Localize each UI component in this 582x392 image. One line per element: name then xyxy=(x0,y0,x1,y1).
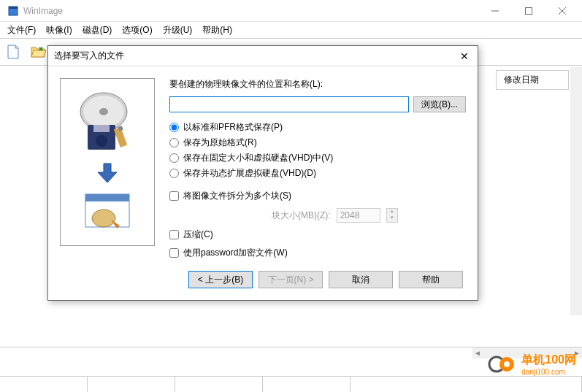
path-input[interactable] xyxy=(169,96,409,112)
block-size-row: 块大小(MB)(Z): ▲ ▼ xyxy=(272,208,466,223)
back-button[interactable]: < 上一步(B) xyxy=(188,271,253,288)
menu-upgrade[interactable]: 升级(U) xyxy=(158,23,197,38)
window-disk-icon xyxy=(82,191,133,234)
app-icon xyxy=(7,5,19,17)
arrow-down-icon xyxy=(96,162,118,184)
check-encrypt-label: 使用password加密文件(W) xyxy=(183,247,288,259)
radio-original[interactable]: 保存为原始格式(R) xyxy=(169,137,466,149)
check-encrypt-input[interactable] xyxy=(169,248,179,258)
next-button: 下一页(N) > xyxy=(259,271,323,288)
svg-rect-13 xyxy=(93,125,110,132)
dialog-titlebar: 选择要写入的文件 ✕ xyxy=(48,46,478,66)
help-button[interactable]: 帮助 xyxy=(399,271,463,288)
svg-rect-3 xyxy=(526,7,532,14)
watermark-text: 单机100网 xyxy=(521,353,576,368)
radio-original-input[interactable] xyxy=(169,138,179,147)
check-compress[interactable]: 压缩(C) xyxy=(169,228,466,241)
minimize-button[interactable] xyxy=(478,0,512,22)
check-split-label: 将图像文件拆分为多个块(S) xyxy=(183,190,291,202)
close-button[interactable] xyxy=(545,0,579,22)
window-controls xyxy=(478,0,579,22)
check-split[interactable]: 将图像文件拆分为多个块(S) xyxy=(169,190,466,202)
status-cell-4 xyxy=(263,377,351,392)
radio-standard-pfr-input[interactable] xyxy=(169,123,179,132)
svg-point-19 xyxy=(92,210,115,227)
menu-file[interactable]: 文件(F) xyxy=(3,23,40,38)
radio-fixed-vhd-input[interactable] xyxy=(169,153,179,163)
block-size-input xyxy=(337,208,380,223)
menu-options[interactable]: 选项(O) xyxy=(118,23,156,38)
radio-dynamic-vhd[interactable]: 保存并动态扩展虚拟硬盘(VHD)(D) xyxy=(169,167,466,180)
svg-point-14 xyxy=(96,135,107,147)
menu-help[interactable]: 帮助(H) xyxy=(198,23,237,38)
watermark-url: danji100.com xyxy=(521,368,576,376)
check-compress-label: 压缩(C) xyxy=(183,228,213,241)
radio-standard-pfr[interactable]: 以标准和PFR格式保存(P) xyxy=(169,121,466,134)
location-label: 要创建的物理映像文件的位置和名称(L): xyxy=(169,78,466,91)
save-format-radio-group: 以标准和PFR格式保存(P) 保存为原始格式(R) 保存在固定大小和虚拟硬盘(V… xyxy=(169,121,466,180)
disk-icon xyxy=(74,90,140,155)
svg-point-11 xyxy=(99,108,108,115)
menubar: 文件(F) 映像(I) 磁盘(D) 选项(O) 升级(U) 帮助(H) xyxy=(0,22,582,38)
check-compress-input[interactable] xyxy=(169,230,179,239)
spinner-up-button[interactable]: ▲ xyxy=(387,209,397,215)
dialog-close-button[interactable]: ✕ xyxy=(457,49,472,64)
status-cell-3 xyxy=(175,377,263,392)
hscroll-spacer xyxy=(0,347,472,358)
dialog-footer: < 上一步(B) 下一页(N) > 取消 帮助 xyxy=(48,264,478,296)
dialog-form: 要创建的物理映像文件的位置和名称(L): 浏览(B)... 以标准和PFR格式保… xyxy=(169,78,466,252)
vertical-scrollbar[interactable] xyxy=(570,67,582,315)
menu-image[interactable]: 映像(I) xyxy=(42,23,76,38)
dialog-body: 要创建的物理映像文件的位置和名称(L): 浏览(B)... 以标准和PFR格式保… xyxy=(48,66,478,264)
check-encrypt[interactable]: 使用password加密文件(W) xyxy=(169,247,466,259)
radio-original-label: 保存为原始格式(R) xyxy=(183,137,257,149)
svg-rect-1 xyxy=(9,7,18,9)
svg-point-8 xyxy=(504,361,510,367)
browse-button[interactable]: 浏览(B)... xyxy=(413,96,466,112)
block-size-spinner: ▲ ▼ xyxy=(386,208,398,223)
check-split-input[interactable] xyxy=(169,191,179,201)
statusbar xyxy=(0,376,582,392)
status-cell-2 xyxy=(88,377,175,392)
block-size-label: 块大小(MB)(Z): xyxy=(272,210,331,222)
radio-standard-pfr-label: 以标准和PFR格式保存(P) xyxy=(183,121,283,134)
dialog-title: 选择要写入的文件 xyxy=(54,50,457,62)
window-titlebar: WinImage xyxy=(0,0,582,22)
window-title: WinImage xyxy=(23,6,478,16)
status-cell-1 xyxy=(0,377,88,392)
open-folder-button[interactable] xyxy=(26,40,50,64)
column-header-modified[interactable]: 修改日期 xyxy=(496,70,569,90)
watermark: 单机100网 danji100.com xyxy=(488,353,576,376)
radio-dynamic-vhd-input[interactable] xyxy=(169,169,179,178)
dialog-wizard-image xyxy=(60,78,155,246)
path-row: 浏览(B)... xyxy=(169,96,466,112)
cancel-button[interactable]: 取消 xyxy=(329,271,393,288)
radio-fixed-vhd-label: 保存在固定大小和虚拟硬盘(VHD)中(V) xyxy=(183,152,333,164)
status-cell-5 xyxy=(351,377,582,392)
menu-disk[interactable]: 磁盘(D) xyxy=(78,23,117,38)
svg-rect-18 xyxy=(85,194,129,201)
radio-dynamic-vhd-label: 保存并动态扩展虚拟硬盘(VHD)(D) xyxy=(183,167,316,180)
dialog-select-file: 选择要写入的文件 ✕ xyxy=(47,45,478,301)
watermark-icon xyxy=(488,353,517,375)
spinner-down-button[interactable]: ▼ xyxy=(387,215,397,222)
maximize-button[interactable] xyxy=(512,0,545,22)
radio-fixed-vhd[interactable]: 保存在固定大小和虚拟硬盘(VHD)中(V) xyxy=(169,152,466,164)
new-file-button[interactable] xyxy=(1,40,25,64)
